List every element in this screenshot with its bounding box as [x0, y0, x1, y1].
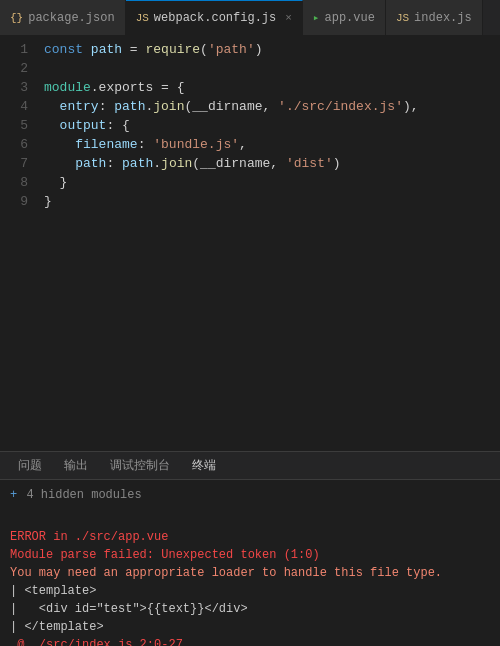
panel-tab-terminal[interactable]: 终端 — [182, 453, 226, 478]
plus-icon: + — [10, 488, 17, 502]
code-line-5: 5 output: { — [0, 116, 500, 135]
panel-tab-bar: 问题输出调试控制台终端 — [0, 452, 500, 480]
line-content-3: module.exports = { — [40, 78, 500, 97]
terminal-line-3: Module parse failed: Unexpected token (1… — [10, 546, 490, 564]
panel-tab-debug-console[interactable]: 调试控制台 — [100, 453, 180, 478]
js-icon: JS — [396, 12, 409, 24]
line-number-2: 2 — [0, 59, 40, 78]
line-content-4: entry: path.join(__dirname, './src/index… — [40, 97, 500, 116]
line-content-8: } — [40, 173, 500, 192]
line-content-7: path: path.join(__dirname, 'dist') — [40, 154, 500, 173]
line-content-6: filename: 'bundle.js', — [40, 135, 500, 154]
code-line-3: 3module.exports = { — [0, 78, 500, 97]
tab-close-webpack-config[interactable]: × — [285, 12, 292, 24]
code-line-1: 1const path = require('path') — [0, 40, 500, 59]
tab-label-index-js: index.js — [414, 11, 472, 25]
line-number-8: 8 — [0, 173, 40, 192]
panel-tab-problems[interactable]: 问题 — [8, 453, 52, 478]
tab-bar: {}package.jsonJSwebpack.config.js×▸app.v… — [0, 0, 500, 35]
line-content-1: const path = require('path') — [40, 40, 500, 59]
terminal-line-6: | <div id="test">{{text}}</div> — [10, 600, 490, 618]
terminal-line-8: @ ./src/index.js 2:0-27 — [10, 636, 490, 646]
tab-label-webpack-config: webpack.config.js — [154, 11, 276, 25]
editor-area: 1const path = require('path')23module.ex… — [0, 35, 500, 451]
js-icon: JS — [136, 12, 149, 24]
line-number-4: 4 — [0, 97, 40, 116]
terminal-line-1 — [10, 510, 490, 528]
json-icon: {} — [10, 12, 23, 24]
tab-app-vue[interactable]: ▸app.vue — [303, 0, 386, 35]
tab-label-app-vue: app.vue — [324, 11, 374, 25]
tab-label-package-json: package.json — [28, 11, 114, 25]
tab-package-json[interactable]: {}package.json — [0, 0, 126, 35]
panel-tab-output[interactable]: 输出 — [54, 453, 98, 478]
panel: 问题输出调试控制台终端 + 4 hidden modules ERROR in … — [0, 451, 500, 646]
terminal-line-2: ERROR in ./src/app.vue — [10, 528, 490, 546]
line-number-3: 3 — [0, 78, 40, 97]
code-line-7: 7 path: path.join(__dirname, 'dist') — [0, 154, 500, 173]
code-line-9: 9} — [0, 192, 500, 211]
vue-icon: ▸ — [313, 11, 320, 24]
line-number-6: 6 — [0, 135, 40, 154]
terminal-content: + 4 hidden modules ERROR in ./src/app.vu… — [0, 480, 500, 646]
line-number-1: 1 — [0, 40, 40, 59]
terminal-line-5: | <template> — [10, 582, 490, 600]
line-number-9: 9 — [0, 192, 40, 211]
tab-index-js[interactable]: JSindex.js — [386, 0, 483, 35]
line-number-5: 5 — [0, 116, 40, 135]
line-content-5: output: { — [40, 116, 500, 135]
code-line-2: 2 — [0, 59, 500, 78]
code-line-8: 8 } — [0, 173, 500, 192]
terminal-line-7: | </template> — [10, 618, 490, 636]
line-number-7: 7 — [0, 154, 40, 173]
line-content-9: } — [40, 192, 500, 211]
code-line-6: 6 filename: 'bundle.js', — [0, 135, 500, 154]
terminal-line-4: You may need an appropriate loader to ha… — [10, 564, 490, 582]
code-line-4: 4 entry: path.join(__dirname, './src/ind… — [0, 97, 500, 116]
terminal-line-0: + 4 hidden modules — [10, 486, 490, 504]
tab-webpack-config[interactable]: JSwebpack.config.js× — [126, 0, 303, 35]
